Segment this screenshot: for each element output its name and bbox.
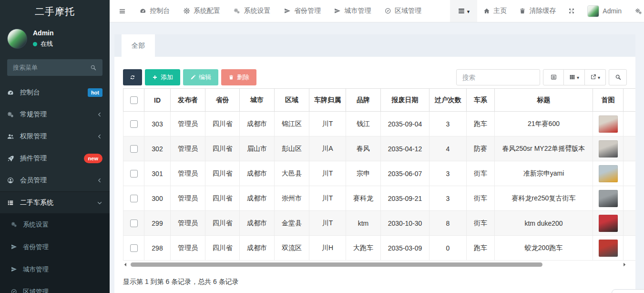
cell-title: 准新宗申yami: [495, 161, 593, 186]
cell-transfers: 8: [429, 211, 467, 236]
row-checkbox[interactable]: [130, 170, 138, 178]
table-row[interactable]: 300管理员四川省成都市崇州市川T赛科龙2035-09-213街车赛科龙re25…: [123, 186, 636, 211]
scroll-left-icon[interactable]: [123, 262, 128, 267]
cell-district: 彭山区: [275, 136, 309, 161]
content-area: 全部 添加 编辑 删除: [110, 22, 644, 293]
navbar-tab-系统设置[interactable]: 系统设置: [227, 0, 277, 22]
columns-button[interactable]: ▾: [564, 69, 585, 85]
navbar-tab-区域管理[interactable]: 区域管理: [378, 0, 429, 22]
sidebar-item-插件管理[interactable]: 插件管理new: [0, 147, 110, 169]
navbar-username: Admin: [603, 7, 622, 15]
search-icon[interactable]: [90, 64, 102, 71]
sidebar-item-常规管理[interactable]: 常规管理: [0, 104, 110, 126]
scrollbar-thumb[interactable]: [131, 262, 542, 267]
row-checkbox[interactable]: [130, 195, 138, 202]
toolbar: 添加 编辑 删除 ▾ ▾: [123, 69, 627, 85]
caret-down-icon: ▾: [577, 75, 579, 80]
table-row[interactable]: 301管理员四川省成都市大邑县川T宗申2035-06-073街车准新宗申yami: [123, 161, 636, 186]
settings-gears-icon[interactable]: [628, 0, 644, 22]
fullscreen-button[interactable]: [562, 0, 581, 22]
search-button[interactable]: [609, 69, 627, 85]
sidebar-subitem-系统设置[interactable]: 系统设置: [0, 213, 110, 236]
cell-brand: ktm: [346, 211, 381, 236]
delete-button[interactable]: 删除: [221, 69, 256, 85]
refresh-button[interactable]: [123, 69, 142, 85]
table-row[interactable]: 302管理员四川省眉山市彭山区川A春风2035-04-124防赛春风250sr …: [123, 136, 636, 161]
select-all-checkbox[interactable]: [130, 96, 138, 104]
navbar-tab-系统配置[interactable]: 系统配置: [177, 0, 227, 22]
home-link[interactable]: 主页: [477, 0, 513, 22]
cell-plate: 川H: [309, 236, 346, 261]
menu-search: [7, 59, 102, 76]
column-header[interactable]: 区域: [275, 89, 309, 112]
sidebar-item-权限管理[interactable]: 权限管理: [0, 126, 110, 147]
user-panel: Admin 在线: [0, 23, 110, 53]
sidebar-item-控制台[interactable]: 控制台hot: [0, 82, 110, 104]
menu-search-input[interactable]: [7, 64, 90, 71]
topbar-list-dropdown[interactable]: ▾: [450, 0, 478, 22]
export-button[interactable]: ▾: [585, 69, 606, 85]
row-thumbnail[interactable]: [599, 115, 618, 133]
column-header[interactable]: 车系: [467, 89, 495, 112]
sidebar-subitem-label: 区域管理: [23, 288, 49, 293]
row-thumbnail[interactable]: [599, 215, 618, 232]
sidebar-item-二手车系统[interactable]: 二手车系统: [0, 191, 110, 213]
row-checkbox[interactable]: [130, 145, 138, 153]
row-checkbox[interactable]: [130, 120, 138, 128]
cell-cut: [624, 186, 636, 211]
sidebar-item-label: 插件管理: [20, 154, 84, 163]
cell-scrap_date: 2035-09-21: [381, 186, 429, 211]
user-status[interactable]: 在线: [33, 40, 54, 48]
cell-thumbnail: [593, 186, 624, 211]
row-thumbnail[interactable]: [599, 190, 618, 207]
navbar-tab-省份管理[interactable]: 省份管理: [277, 0, 328, 22]
column-header[interactable]: 品牌: [346, 89, 381, 112]
navbar-tab-控制台[interactable]: 控制台: [133, 0, 177, 22]
tab-all[interactable]: 全部: [122, 34, 155, 57]
row-checkbox[interactable]: [130, 244, 138, 252]
sidebar-item-会员管理[interactable]: 会员管理: [0, 169, 110, 191]
table-search-input[interactable]: [456, 69, 540, 85]
column-header[interactable]: 过户次数: [429, 89, 467, 112]
detail-view-button[interactable]: [543, 69, 564, 85]
column-header[interactable]: 发布者: [171, 89, 205, 112]
column-header[interactable]: 车牌归属: [309, 89, 346, 112]
add-button[interactable]: 添加: [145, 69, 180, 85]
user-menu[interactable]: Admin: [581, 0, 628, 22]
cell-district: 大邑县: [275, 161, 309, 186]
column-header[interactable]: 首图: [593, 89, 624, 112]
scroll-right-icon[interactable]: [622, 262, 627, 267]
cell-id: 299: [144, 211, 171, 236]
scrollbar-track[interactable]: [130, 262, 620, 267]
cell-series: 街车: [467, 186, 495, 211]
sidebar-subitem-城市管理[interactable]: 城市管理: [0, 258, 110, 281]
cell-publisher: 管理员: [171, 236, 205, 261]
sidebar-item-label: 权限管理: [20, 132, 97, 141]
sidebar-subitem-省份管理[interactable]: 省份管理: [0, 236, 110, 258]
row-thumbnail[interactable]: [599, 165, 618, 182]
edit-button[interactable]: 编辑: [183, 69, 218, 85]
cell-scrap_date: 2035-06-07: [381, 161, 429, 186]
expand-icon: [568, 7, 575, 15]
column-header[interactable]: 城市: [240, 89, 275, 112]
cell-title: 蛟龙200跑车: [495, 236, 593, 261]
sidebar-toggle-icon[interactable]: [110, 0, 133, 22]
navbar-tab-城市管理[interactable]: 城市管理: [327, 0, 378, 22]
delete-label: 删除: [237, 73, 249, 82]
table-row[interactable]: 298管理员四川省成都市双流区川H大跑车2035-03-090跑车蛟龙200跑车: [123, 236, 636, 261]
table-row[interactable]: 299管理员四川省成都市金堂县川Tktm2030-10-308街车ktm duk…: [123, 211, 636, 236]
table-row[interactable]: 303管理员四川省成都市锦江区川T钱江2035-09-043跑车21年赛600: [123, 112, 636, 136]
column-header[interactable]: 报废日期: [381, 89, 429, 112]
row-select-cell: [123, 186, 144, 211]
column-header[interactable]: ID: [144, 89, 171, 112]
row-thumbnail[interactable]: [599, 240, 618, 257]
clear-cache-button[interactable]: 清除缓存: [513, 0, 562, 22]
chevron-down-icon: [97, 200, 102, 206]
row-checkbox[interactable]: [130, 220, 138, 227]
sidebar-subitem-区域管理[interactable]: 区域管理: [0, 281, 110, 293]
row-thumbnail[interactable]: [599, 140, 618, 157]
clear-cache-label: 清除缓存: [529, 7, 556, 15]
row-select-cell: [123, 161, 144, 186]
column-header[interactable]: 标题: [495, 89, 593, 112]
column-header[interactable]: 省份: [205, 89, 240, 112]
